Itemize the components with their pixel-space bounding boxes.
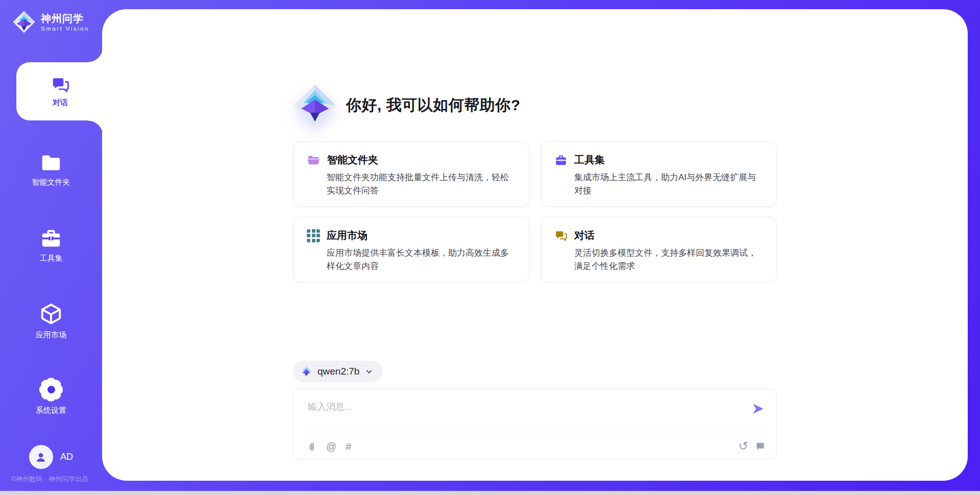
user-initials: AD bbox=[60, 452, 73, 462]
message-input[interactable] bbox=[307, 400, 732, 430]
history-icon[interactable]: ↺ bbox=[739, 440, 748, 452]
card-title: 工具集 bbox=[574, 153, 605, 167]
brand-logo: 神州问学 Smart Vision bbox=[12, 10, 89, 34]
card-description: 智能文件夹功能支持批量文件上传与清洗，轻松实现文件问答 bbox=[327, 171, 516, 197]
model-name: qwen2:7b bbox=[317, 366, 359, 377]
toolbox-icon bbox=[554, 154, 568, 166]
card-app-market[interactable]: 应用市场 应用市场提供丰富长文本模板，助力高效生成多样化文章内容 bbox=[293, 217, 529, 282]
active-tab-curve-bottom bbox=[88, 120, 103, 136]
sidebar-item-label: 对话 bbox=[53, 98, 68, 108]
user-profile[interactable]: AD bbox=[0, 445, 102, 469]
sidebar-item-label: 工具集 bbox=[40, 254, 63, 263]
hashtag-icon[interactable]: # bbox=[346, 441, 351, 452]
sidebar-item-label: 应用市场 bbox=[36, 330, 66, 340]
chevron-down-icon bbox=[364, 367, 374, 376]
logo-diamond-icon bbox=[12, 10, 36, 34]
app-window: 神州问学 Smart Vision 对话 智能文件夹 工具集 bbox=[0, 0, 980, 491]
main-panel: 你好, 我可以如何帮助你? 智能文件夹 智能文件夹功能支持批量文件上传与清洗，轻… bbox=[102, 9, 968, 481]
page-bottom-strip bbox=[0, 491, 980, 495]
card-title: 智能文件夹 bbox=[327, 153, 378, 167]
card-description: 应用市场提供丰富长文本模板，助力高效生成多样化文章内容 bbox=[327, 246, 516, 273]
apps-grid-icon bbox=[307, 229, 320, 242]
model-selector[interactable]: qwen2:7b bbox=[293, 361, 383, 382]
chat-icon bbox=[554, 229, 568, 242]
greeting-text: 你好, 我可以如何帮助你? bbox=[346, 95, 521, 116]
sidebar-item-label: 智能文件夹 bbox=[32, 178, 70, 187]
card-title: 对话 bbox=[574, 229, 595, 242]
card-title: 应用市场 bbox=[327, 229, 368, 242]
sidebar-item-app-market[interactable]: 应用市场 bbox=[0, 298, 102, 344]
avatar bbox=[29, 445, 53, 469]
sidebar-item-chat[interactable]: 对话 bbox=[16, 62, 104, 120]
sidebar-item-smart-folder[interactable]: 智能文件夹 bbox=[0, 147, 102, 193]
sidebar-footer: ©神州数码 · 神州问学出品 bbox=[11, 475, 88, 484]
card-toolset[interactable]: 工具集 集成市场上主流工具，助力AI与外界无缝扩展与对接 bbox=[541, 141, 777, 207]
brand-name: 神州问学 bbox=[41, 13, 89, 24]
composer-divider bbox=[307, 432, 763, 432]
sidebar-item-label: 系统设置 bbox=[36, 406, 66, 415]
feedback-bubble-icon[interactable] bbox=[755, 441, 765, 451]
send-icon[interactable] bbox=[751, 402, 765, 416]
message-composer: @ # ↺ bbox=[293, 389, 777, 459]
logo-diamond-icon bbox=[300, 365, 312, 378]
sidebar-item-settings[interactable]: 系统设置 bbox=[0, 374, 102, 419]
brand-subtitle: Smart Vision bbox=[41, 26, 89, 32]
card-smart-folder[interactable]: 智能文件夹 智能文件夹功能支持批量文件上传与清洗，轻松实现文件问答 bbox=[293, 141, 529, 207]
logo-diamond-icon bbox=[293, 83, 337, 127]
person-icon bbox=[34, 451, 47, 464]
active-tab-curve-top bbox=[88, 47, 103, 62]
attachment-icon[interactable] bbox=[307, 441, 317, 452]
cube-icon bbox=[39, 302, 63, 326]
greeting: 你好, 我可以如何帮助你? bbox=[293, 83, 777, 127]
card-chat[interactable]: 对话 灵活切换多模型文件，支持多样回复效果调试，满足个性化需求 bbox=[541, 217, 777, 282]
sidebar-item-toolset[interactable]: 工具集 bbox=[0, 222, 102, 268]
card-description: 集成市场上主流工具，助力AI与外界无缝扩展与对接 bbox=[574, 171, 763, 197]
mention-icon[interactable]: @ bbox=[326, 441, 336, 452]
chat-icon bbox=[51, 75, 70, 94]
folder-icon bbox=[40, 153, 62, 173]
gear-icon bbox=[39, 378, 63, 401]
toolbox-icon bbox=[39, 228, 63, 249]
folder-open-icon bbox=[307, 154, 321, 166]
feature-cards: 智能文件夹 智能文件夹功能支持批量文件上传与清洗，轻松实现文件问答 工具 bbox=[293, 141, 777, 282]
card-description: 灵活切换多模型文件，支持多样回复效果调试，满足个性化需求 bbox=[574, 246, 763, 273]
